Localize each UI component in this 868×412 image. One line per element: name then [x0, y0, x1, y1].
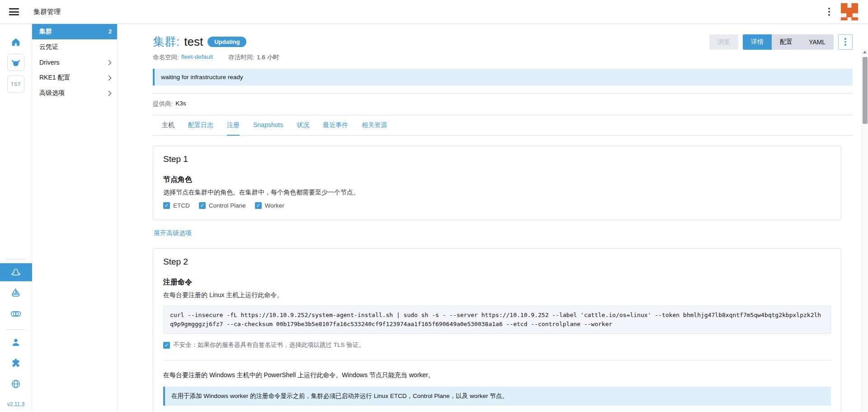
sidebar-item-drivers[interactable]: Drivers: [32, 55, 117, 70]
chevron-right-icon: [108, 90, 112, 96]
sidebar: 集群 2 云凭证 Drivers RKE1 配置 高级选项: [32, 24, 118, 412]
hamburger-menu-icon[interactable]: [9, 8, 19, 15]
app-window: 集群管理 TST: [0, 0, 868, 412]
chevron-right-icon: [108, 60, 112, 66]
tab-recent-events[interactable]: 最近事件: [323, 121, 348, 136]
scrollbar-up-arrow[interactable]: [863, 51, 867, 53]
cluster-badge-tst[interactable]: TST: [7, 76, 24, 93]
checkbox-checked-icon: ✓: [163, 342, 170, 349]
age-label: 存活时间:: [228, 53, 255, 62]
sidebar-item-clusters[interactable]: 集群 2: [32, 24, 117, 39]
view-mode-button-group: 详情 配置 YAML: [743, 34, 834, 50]
extensions-icon[interactable]: [0, 354, 32, 372]
checkbox-insecure[interactable]: ✓ 不安全：如果你的服务器具有自签名证书，选择此项以跳过 TLS 验证。: [163, 341, 365, 349]
vertical-scrollbar[interactable]: [861, 48, 868, 412]
users-authentication-icon[interactable]: [0, 333, 32, 351]
provider-value: K3s: [175, 100, 186, 108]
page-title: 集群: test Updating: [153, 34, 246, 50]
rail-divider: [6, 329, 26, 330]
resource-actions-kebab-button[interactable]: [838, 34, 853, 50]
top-bar: 集群管理: [0, 0, 868, 24]
app-title: 集群管理: [33, 8, 61, 16]
sidebar-item-label: 集群: [39, 28, 52, 36]
checkbox-control-plane[interactable]: ✓ Control Plane: [199, 202, 246, 209]
status-badge: Updating: [208, 37, 246, 47]
yaml-tab-button[interactable]: YAML: [801, 34, 834, 50]
chevron-right-icon: [108, 75, 112, 81]
tab-registration[interactable]: 注册: [227, 121, 240, 136]
tab-machines[interactable]: 主机: [162, 121, 175, 136]
cluster-count-badge: 2: [108, 28, 112, 35]
node-role-description: 选择节点在集群中的角色。在集群中，每个角色都需要至少一个节点。: [163, 189, 831, 197]
age-value: 1.6 小时: [257, 53, 279, 62]
step2-title: Step 2: [163, 257, 831, 267]
detail-tabs: 主机 配置日志 注册 Snapshots 状况 最近事件 相关资源: [153, 115, 853, 136]
tab-related-resources[interactable]: 相关资源: [362, 121, 387, 136]
sidebar-item-rke1-config[interactable]: RKE1 配置: [32, 70, 117, 85]
nav-rail: TST: [0, 24, 32, 412]
windows-instruction: 在每台要注册的 Windows 主机中的 PowerShell 上运行此命令。W…: [163, 371, 831, 379]
tab-provisioning-log[interactable]: 配置日志: [188, 121, 213, 136]
rail-divider: [6, 259, 26, 260]
step1-title: Step 1: [163, 154, 831, 164]
status-message-banner: waiting for infrastructure ready: [153, 69, 853, 85]
sidebar-item-advanced[interactable]: 高级选项: [32, 85, 117, 101]
sidebar-item-label: 云凭证: [39, 43, 58, 51]
checkbox-etcd[interactable]: ✓ ETCD: [163, 202, 190, 209]
resource-name: test: [184, 35, 203, 49]
show-advanced-link[interactable]: 展开高级选项: [154, 229, 192, 237]
step2-panel: Step 2 注册命令 在每台要注册的 Linux 主机上运行此命令。 curl…: [153, 248, 841, 412]
checkbox-checked-icon: ✓: [255, 202, 262, 209]
config-tab-button[interactable]: 配置: [772, 34, 801, 50]
browse-button: 浏览: [709, 34, 738, 50]
sidebar-item-cloud-credentials[interactable]: 云凭证: [32, 39, 117, 55]
checkbox-checked-icon: ✓: [199, 202, 206, 209]
registration-command-heading: 注册命令: [163, 278, 831, 287]
tab-conditions[interactable]: 状况: [297, 121, 309, 136]
namespace-label: 命名空间:: [153, 53, 179, 62]
checkbox-checked-icon: ✓: [163, 202, 170, 209]
version-label[interactable]: v2.11.3: [7, 401, 24, 407]
scrollbar-thumb[interactable]: [863, 57, 868, 124]
linux-instruction: 在每台要注册的 Linux 主机上运行此命令。: [163, 291, 831, 299]
divider: [153, 93, 853, 94]
main-content: 集群: test Updating 浏览 详情 配置 YAML 命名空间:: [118, 24, 868, 412]
node-role-heading: 节点角色: [163, 175, 831, 185]
user-avatar[interactable]: [841, 3, 858, 20]
local-cluster-button[interactable]: [7, 54, 24, 71]
home-icon[interactable]: [0, 33, 32, 51]
registration-command[interactable]: curl --insecure -fL https://10.10.9.252/…: [163, 306, 831, 334]
resource-type-label: 集群:: [153, 34, 179, 50]
sidebar-item-label: RKE1 配置: [39, 74, 70, 82]
checkbox-worker[interactable]: ✓ Worker: [255, 202, 284, 209]
virtualization-management-icon[interactable]: [0, 305, 32, 323]
cluster-management-icon[interactable]: [0, 263, 32, 281]
sidebar-item-label: Drivers: [39, 59, 59, 66]
continuous-delivery-icon[interactable]: [0, 284, 32, 302]
divider: [163, 360, 831, 360]
provider-label: 提供商:: [153, 100, 173, 108]
windows-note-banner: 在用于添加 Windows worker 的注册命令显示之前，集群必须已启动并运…: [163, 387, 831, 406]
global-settings-icon[interactable]: [0, 375, 32, 393]
steer-icon: [11, 57, 21, 67]
step1-panel: Step 1 节点角色 选择节点在集群中的角色。在集群中，每个角色都需要至少一个…: [153, 146, 841, 220]
namespace-link[interactable]: fleet-default: [181, 53, 213, 62]
sidebar-item-label: 高级选项: [39, 89, 65, 97]
tab-snapshots[interactable]: Snapshots: [253, 121, 283, 136]
detail-tab-button[interactable]: 详情: [743, 34, 772, 50]
header-kebab-menu-icon[interactable]: [826, 6, 832, 18]
